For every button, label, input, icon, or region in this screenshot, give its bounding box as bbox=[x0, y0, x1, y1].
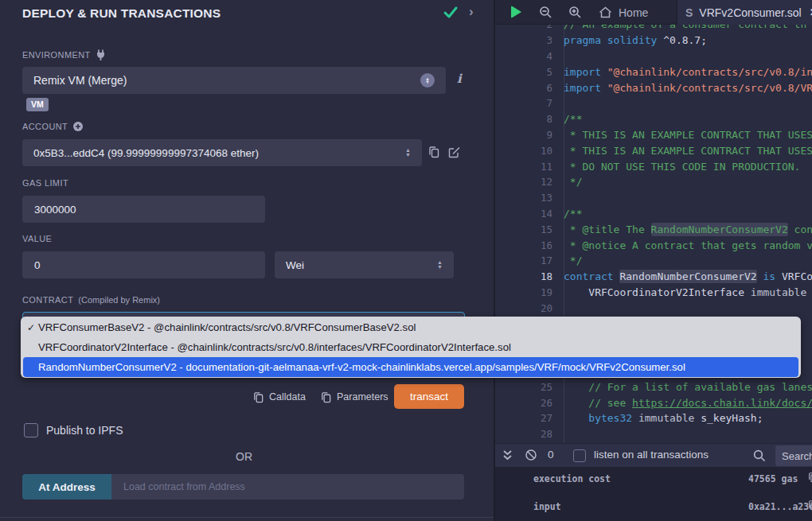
code-line[interactable]: 10 * THIS IS AN EXAMPLE CONTRACT THAT US… bbox=[495, 142, 812, 158]
line-number: 27 bbox=[495, 412, 564, 424]
terminal-row-value: 0xa21...a23e4 bbox=[748, 501, 812, 512]
line-number: 9 bbox=[495, 129, 564, 141]
publish-ipfs-label: Publish to IPFS bbox=[46, 424, 123, 437]
code-line[interactable]: 25 // For a list of available gas lanes bbox=[495, 379, 812, 395]
run-script-play-icon[interactable] bbox=[511, 6, 521, 18]
code-line[interactable]: 9 * THIS IS AN EXAMPLE CONTRACT THAT USE… bbox=[495, 127, 812, 143]
code-line[interactable]: 20 bbox=[495, 300, 812, 316]
code-line[interactable]: 6import "@chainlink/contracts/src/v0.8/V… bbox=[495, 80, 812, 95]
line-number: 28 bbox=[495, 428, 564, 440]
code-line[interactable]: 11 * DO NOT USE THIS CODE IN PRODUCTION. bbox=[495, 158, 812, 174]
gas-limit-label: GAS LIMIT bbox=[22, 178, 68, 188]
copy-value-icon[interactable] bbox=[807, 500, 812, 511]
code-line[interactable]: 27 bytes32 immutable s_keyHash; bbox=[495, 410, 812, 426]
at-address-input[interactable] bbox=[111, 474, 464, 500]
copy-value-icon[interactable] bbox=[807, 472, 812, 483]
line-number: 11 bbox=[495, 161, 564, 173]
code-line[interactable]: 7 bbox=[495, 95, 812, 111]
code-text: * DO NOT USE THIS CODE IN PRODUCTION. bbox=[564, 161, 800, 173]
contract-option-label: VRFCoordinatorV2Interface - @chainlink/c… bbox=[38, 341, 511, 353]
environment-value: Remix VM (Merge) bbox=[33, 74, 127, 87]
editor-pane: Home S VRFv2Consumer.sol ✕ 2// An exampl… bbox=[494, 0, 812, 521]
code-line[interactable]: 4 bbox=[495, 49, 812, 64]
code-text: VRFCoordinatorV2Interface immutable bbox=[564, 286, 812, 298]
transact-button[interactable]: transact bbox=[394, 384, 464, 409]
code-line[interactable]: 14/** bbox=[495, 206, 812, 222]
code-line[interactable]: 2// An example of a consumer contract th bbox=[495, 25, 812, 33]
line-number: 2 bbox=[495, 25, 564, 30]
clear-console-icon[interactable] bbox=[525, 449, 537, 461]
zoom-out-icon[interactable] bbox=[539, 6, 552, 19]
terminal-output: execution cost47565 gasinput0xa21...a23e… bbox=[495, 467, 812, 521]
copy-parameters-icon[interactable] bbox=[320, 391, 332, 403]
line-number: 26 bbox=[495, 397, 564, 409]
value-input[interactable] bbox=[22, 251, 265, 278]
line-number: 6 bbox=[495, 82, 564, 94]
terminal-row: execution cost47565 gas bbox=[495, 473, 812, 486]
file-tab-label: VRFv2Consumer.sol bbox=[699, 6, 801, 19]
compile-success-check-icon bbox=[443, 6, 459, 20]
code-line[interactable]: 18contract RandomNumberConsumerV2 is VRF… bbox=[495, 269, 812, 285]
edit-account-icon[interactable] bbox=[447, 146, 461, 158]
terminal-collapse-chevrons-icon[interactable] bbox=[502, 449, 513, 461]
code-line[interactable]: 17 */ bbox=[495, 253, 812, 269]
code-line[interactable]: 15 * @title The RandomNumberConsumerV2 c… bbox=[495, 221, 812, 237]
code-text: // see https://docs.chain.link/docs/ bbox=[564, 397, 812, 409]
contract-option[interactable]: VRFCoordinatorV2Interface - @chainlink/c… bbox=[21, 337, 801, 357]
code-text: import "@chainlink/contracts/src/v0.8/VR bbox=[564, 82, 812, 94]
tab-home[interactable]: Home bbox=[589, 0, 658, 25]
value-unit-select[interactable]: Wei ▲▼ bbox=[275, 251, 454, 278]
code-line[interactable]: 16 * @notice A contract that gets random… bbox=[495, 237, 812, 253]
code-line[interactable]: 5import "@chainlink/contracts/src/v0.8/i… bbox=[495, 64, 812, 80]
account-select[interactable]: 0x5B3...eddC4 (99.99999999997374068 ethe… bbox=[22, 139, 422, 166]
copy-calldata-icon[interactable] bbox=[252, 391, 264, 403]
line-number: 4 bbox=[495, 50, 564, 62]
code-text: * THIS IS AN EXAMPLE CONTRACT THAT USES bbox=[564, 129, 812, 141]
page-title: DEPLOY & RUN TRANSACTIONS bbox=[22, 6, 221, 21]
code-text: */ bbox=[564, 176, 582, 188]
code-text: */ bbox=[564, 255, 582, 266]
copy-account-icon[interactable] bbox=[427, 146, 440, 158]
zoom-in-icon[interactable] bbox=[568, 6, 582, 19]
code-text: // An example of a consumer contract th bbox=[564, 25, 806, 30]
calldata-label[interactable]: Calldata bbox=[269, 391, 306, 402]
contract-option-label: RandomNumberConsumerV2 - documentation-g… bbox=[38, 361, 685, 373]
environment-select[interactable]: Remix VM (Merge) ▲▼ bbox=[22, 67, 446, 94]
parameters-label[interactable]: Parameters bbox=[337, 391, 388, 402]
code-line[interactable]: 13 bbox=[495, 190, 812, 206]
line-number: 10 bbox=[495, 145, 564, 157]
code-line[interactable]: 26 // see https://docs.chain.link/docs/ bbox=[495, 395, 812, 410]
gas-limit-input[interactable] bbox=[22, 196, 265, 223]
add-account-plus-icon[interactable] bbox=[72, 121, 84, 132]
publish-ipfs-checkbox[interactable] bbox=[24, 423, 38, 437]
line-number: 13 bbox=[495, 192, 564, 204]
terminal-search-input[interactable] bbox=[775, 445, 812, 466]
line-number: 7 bbox=[495, 97, 564, 109]
line-number: 3 bbox=[495, 34, 564, 46]
listen-all-transactions-checkbox[interactable] bbox=[573, 449, 586, 462]
editor-tabbar: Home S VRFv2Consumer.sol ✕ bbox=[495, 0, 812, 25]
code-line[interactable]: 19 VRFCoordinatorV2Interface immutable bbox=[495, 285, 812, 301]
at-address-button[interactable]: At Address bbox=[22, 474, 111, 500]
contract-label: CONTRACT (Compiled by Remix) bbox=[22, 295, 160, 305]
line-number: 19 bbox=[495, 286, 564, 298]
environment-info-icon[interactable]: i bbox=[457, 72, 462, 86]
tab-vrfv2consumer[interactable]: S VRFv2Consumer.sol ✕ bbox=[677, 0, 812, 25]
contract-dropdown-list: ✓VRFConsumerBaseV2 - @chainlink/contract… bbox=[21, 317, 801, 378]
plug-icon bbox=[96, 49, 106, 60]
code-line[interactable]: 12 */ bbox=[495, 174, 812, 190]
code-editor[interactable]: 2// An example of a consumer contract th… bbox=[495, 25, 812, 443]
transaction-count-badge: 0 bbox=[548, 449, 554, 461]
line-number: 18 bbox=[495, 270, 564, 282]
collapse-panel-chevron-icon[interactable]: › bbox=[469, 4, 474, 20]
code-line[interactable]: 8/** bbox=[495, 111, 812, 127]
code-text: * THIS IS AN EXAMPLE CONTRACT THAT USES bbox=[564, 145, 812, 157]
code-line[interactable]: 3pragma solidity ^0.8.7; bbox=[495, 33, 812, 49]
contract-option[interactable]: RandomNumberConsumerV2 - documentation-g… bbox=[23, 357, 798, 377]
contract-option[interactable]: ✓VRFConsumerBaseV2 - @chainlink/contract… bbox=[21, 317, 801, 337]
code-text: /** bbox=[564, 208, 582, 220]
code-line[interactable]: 28 bbox=[495, 426, 812, 442]
value-unit: Wei bbox=[286, 259, 304, 271]
terminal-toolbar: 0 listen on all transactions bbox=[495, 443, 812, 467]
code-text: pragma solidity ^0.8.7; bbox=[564, 34, 707, 46]
